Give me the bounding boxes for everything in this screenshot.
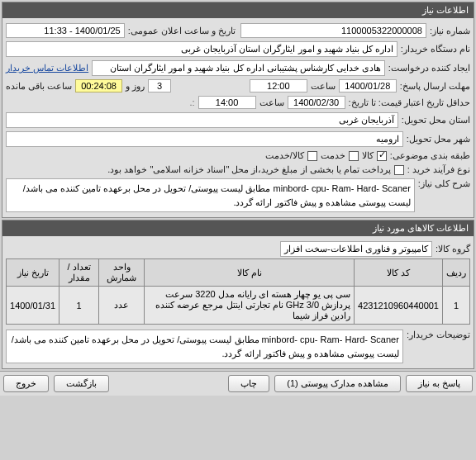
need-no-value: 1100005322000008 bbox=[240, 23, 426, 38]
info-panel-body: شماره نیاز: 1100005322000008 تاریخ و ساع… bbox=[2, 18, 474, 217]
creator-label: ایجاد کننده درخواست: bbox=[388, 63, 470, 74]
buyer-notes-label: توضیحات خریدار: bbox=[407, 330, 470, 340]
dept-label: نام دستگاه خریدار: bbox=[401, 44, 470, 55]
cat-service-label: خدمت bbox=[321, 150, 345, 161]
th-unit: واحد شمارش bbox=[99, 259, 145, 287]
remain-label: ساعت باقی مانده bbox=[6, 81, 72, 92]
group-value: کامپیوتر و فناوری اطلاعات-سخت افزار bbox=[280, 241, 432, 257]
deliver-loc-value: آذربایجان غربی bbox=[6, 112, 398, 128]
announce-value: 1400/01/25 - 11:33 bbox=[6, 23, 125, 38]
valid-date: 1400/02/30 bbox=[288, 96, 345, 109]
cat-goods-service-checkbox[interactable] bbox=[307, 151, 317, 161]
th-date: تاریخ نیاز bbox=[7, 259, 60, 287]
print-button[interactable]: چاپ bbox=[228, 375, 269, 392]
cell-row: 1 bbox=[443, 287, 470, 325]
cell-qty: 1 bbox=[60, 287, 99, 325]
budget-cat-label: طبقه بندی موضوعی: bbox=[390, 150, 470, 161]
th-qty: تعداد / مقدار bbox=[60, 259, 99, 287]
cell-unit: عدد bbox=[99, 287, 145, 325]
deadline-label: مهلت ارسال پاسخ: bbox=[400, 81, 470, 92]
remain-days-label: روز و bbox=[126, 81, 145, 92]
remain-timer: 00:24:08 bbox=[75, 79, 122, 92]
cell-date: 1400/01/31 bbox=[7, 287, 60, 325]
cat-goods-label: کالا bbox=[362, 150, 374, 161]
valid-time: 14:00 bbox=[198, 96, 256, 109]
cat-goods-checkbox[interactable] bbox=[377, 151, 387, 161]
items-panel: اطلاعات کالاهای مورد نیاز گروه کالا: کام… bbox=[2, 220, 474, 369]
reply-button[interactable]: پاسخ به نیاز bbox=[406, 375, 473, 392]
valid-time-label: ساعت bbox=[259, 97, 284, 108]
desc-value: minbord- cpu- Ram- Hard- Scaner مطابق لی… bbox=[6, 178, 415, 212]
valid-label: حداقل تاریخ اعتبار قیمت: تا تاریخ: bbox=[349, 97, 470, 108]
contact-link[interactable]: اطلاعات تماس خریدار bbox=[6, 63, 88, 74]
dots-sep: :. bbox=[189, 97, 194, 107]
desc-label: شرح کلی نیاز: bbox=[418, 178, 470, 189]
back-button[interactable]: بازگشت bbox=[54, 375, 109, 392]
deliver-loc-label: استان محل تحویل: bbox=[402, 115, 470, 126]
group-label: گروه کالا: bbox=[436, 244, 470, 254]
items-panel-title: اطلاعات کالاهای مورد نیاز bbox=[2, 221, 474, 236]
info-panel-title: اطلاعات نیاز bbox=[2, 2, 474, 18]
creator-value: هادی خدایی کارشناس پشتیبانی اداره کل بنی… bbox=[92, 60, 385, 76]
footer-bar: پاسخ به نیاز مشاهده مدارک پیوستی (1) چاپ… bbox=[0, 371, 476, 396]
buyer-notes-value: minbord- cpu- Ram- Hard- Scaner مطابق لی… bbox=[6, 330, 403, 363]
announce-label: تاریخ و ساعت اعلان عمومی: bbox=[128, 26, 236, 36]
deadline-time-label: ساعت bbox=[311, 81, 336, 92]
proc-type-label: نوع فرآیند خرید : bbox=[407, 164, 470, 175]
attachments-button[interactable]: مشاهده مدارک پیوستی (1) bbox=[274, 375, 401, 392]
cell-code: 4231210960440001 bbox=[355, 287, 443, 325]
remain-days: 3 bbox=[148, 79, 171, 92]
cell-name: سی پی یو چهار هسته ای رایانه مدل 3220 سر… bbox=[145, 287, 355, 325]
th-code: کد کالا bbox=[355, 259, 443, 287]
deadline-date: 1400/01/28 bbox=[339, 79, 397, 92]
table-header-row: ردیف کد کالا نام کالا واحد شمارش تعداد /… bbox=[7, 259, 470, 287]
items-table: ردیف کد کالا نام کالا واحد شمارش تعداد /… bbox=[6, 258, 470, 325]
deliver-city-label: شهر محل تحویل: bbox=[407, 134, 470, 145]
deliver-city-value: ارومیه bbox=[6, 131, 403, 147]
proc-checkbox[interactable] bbox=[394, 165, 404, 175]
need-no-label: شماره نیاز: bbox=[430, 26, 470, 36]
th-name: نام کالا bbox=[145, 259, 355, 287]
info-panel: اطلاعات نیاز شماره نیاز: 110000532200000… bbox=[2, 2, 474, 218]
exit-button[interactable]: خروج bbox=[3, 375, 49, 392]
th-row: ردیف bbox=[443, 259, 470, 287]
deadline-time: 12:00 bbox=[250, 79, 307, 92]
table-row[interactable]: 1 4231210960440001 سی پی یو چهار هسته ای… bbox=[7, 287, 470, 325]
items-panel-body: گروه کالا: کامپیوتر و فناوری اطلاعات-سخت… bbox=[2, 236, 474, 368]
proc-note: پرداخت تمام یا بخشی از مبلغ خرید،از محل … bbox=[6, 164, 391, 175]
dept-value: اداره کل بنیاد شهید و امور ایثارگران است… bbox=[6, 41, 397, 57]
cat-service-checkbox[interactable] bbox=[349, 151, 359, 161]
cat-goods-service-label: کالا/خدمت bbox=[265, 150, 304, 161]
